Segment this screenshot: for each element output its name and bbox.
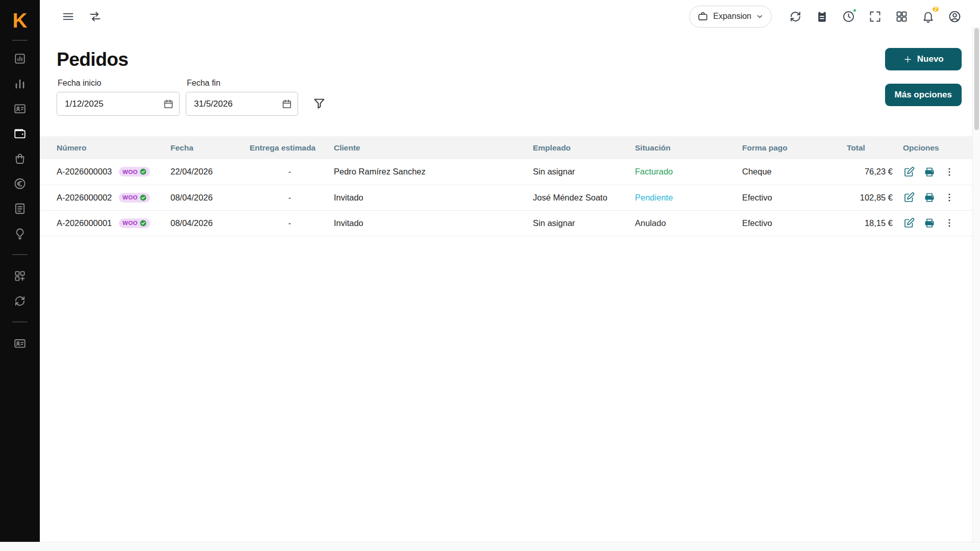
edit-button[interactable]: [903, 166, 915, 178]
cell-total: 18,15 €: [847, 210, 898, 236]
cell-forma-pago: Cheque: [742, 159, 847, 185]
print-button[interactable]: [923, 166, 936, 178]
sidebar-divider: [12, 321, 28, 322]
edit-icon: [903, 191, 915, 204]
woo-badge: WOO: [119, 167, 150, 177]
edit-button[interactable]: [903, 217, 915, 229]
bar-chart-icon: [13, 77, 27, 90]
date-filters: Fecha inicio Fecha fin: [57, 79, 980, 116]
sidebar-item-sync[interactable]: [0, 288, 40, 313]
row-menu-button[interactable]: [944, 166, 955, 178]
start-date-input[interactable]: [57, 92, 180, 116]
order-number: A-2026000003: [57, 167, 119, 177]
fullscreen-icon: [868, 10, 882, 23]
print-button[interactable]: [923, 191, 936, 204]
sidebar-item-ideas[interactable]: [0, 221, 40, 246]
sync-icon: [789, 10, 802, 23]
sidebar-item-accounting[interactable]: [0, 171, 40, 196]
order-number: A-2026000001: [57, 218, 119, 228]
woo-badge-label: WOO: [122, 220, 138, 226]
header-entrega: Entrega estimada: [250, 136, 334, 159]
check-circle-icon: [140, 168, 146, 175]
edit-button[interactable]: [903, 191, 915, 204]
apps-grid-button[interactable]: [895, 10, 909, 23]
new-button-label: Nuevo: [917, 54, 944, 64]
filter-button[interactable]: [312, 96, 326, 110]
cell-empleado: José Méndez Soato: [533, 185, 635, 210]
sidebar-divider: [12, 254, 28, 255]
sidebar: K: [0, 0, 40, 551]
topbar: Expansion: [40, 0, 980, 33]
wallet-icon: [13, 127, 27, 140]
cell-opciones: [898, 185, 980, 210]
cell-cliente: Invitado: [334, 210, 533, 236]
cell-situacion: Pendiente: [635, 185, 742, 210]
notifications-button[interactable]: 7: [921, 10, 935, 23]
menu-button[interactable]: [61, 10, 75, 23]
plus-icon: [903, 55, 913, 64]
tasks-button[interactable]: [815, 10, 829, 23]
company-selector[interactable]: Expansion: [689, 6, 772, 28]
euro-icon: [13, 177, 27, 190]
row-menu-button[interactable]: [944, 192, 955, 203]
fullscreen-button[interactable]: [868, 10, 882, 23]
funnel-icon: [312, 96, 326, 110]
cell-cliente: Pedro Ramírez Sanchez: [334, 159, 533, 185]
scrollbar-thumb[interactable]: [974, 28, 979, 130]
briefcase-icon: [697, 11, 708, 22]
header-fecha: Fecha: [170, 136, 250, 159]
cell-fecha: 08/04/2026: [170, 210, 250, 236]
refresh-button[interactable]: [789, 10, 802, 23]
header-empleado: Empleado: [533, 136, 635, 159]
sidebar-item-contacts[interactable]: [0, 96, 40, 121]
cell-total: 102,85 €: [847, 185, 898, 210]
sidebar-item-purchases[interactable]: [0, 146, 40, 171]
vertical-scrollbar[interactable]: [972, 27, 980, 542]
cell-numero: A-2026000002 WOO: [40, 185, 170, 210]
print-button[interactable]: [923, 217, 936, 229]
shopping-bag-icon: [13, 152, 27, 165]
swap-view-button[interactable]: [88, 10, 102, 23]
table-row[interactable]: A-2026000002 WOO 08/04/2026 - Invitado J…: [40, 185, 980, 210]
cell-opciones: [898, 210, 980, 236]
sidebar-item-documents[interactable]: [0, 196, 40, 221]
calendar-icon[interactable]: [163, 98, 174, 110]
more-options-button[interactable]: Más opciones: [885, 84, 962, 106]
cell-total: 76,23 €: [847, 159, 898, 185]
dashboard-icon: [13, 52, 27, 65]
sidebar-item-dashboard[interactable]: [0, 46, 40, 71]
table-row[interactable]: A-2026000003 WOO 22/04/2026 - Pedro Ramí…: [40, 159, 980, 185]
table-row[interactable]: A-2026000001 WOO 08/04/2026 - Invitado S…: [40, 210, 980, 236]
cell-empleado: Sin asignar: [533, 159, 635, 185]
content: Pedidos Nuevo Más opciones Fecha inicio: [40, 33, 980, 551]
sidebar-item-subscription[interactable]: [0, 331, 40, 356]
sidebar-item-sales[interactable]: [0, 121, 40, 146]
calendar-icon[interactable]: [281, 98, 292, 110]
sidebar-item-reports[interactable]: [0, 71, 40, 96]
swap-arrows-icon: [88, 10, 102, 23]
account-icon: [948, 10, 962, 23]
app-logo[interactable]: K: [13, 10, 28, 31]
check-circle-icon: [140, 194, 146, 201]
header-total: Total: [847, 136, 898, 159]
cell-numero: A-2026000001 WOO: [40, 210, 170, 236]
cell-entrega: -: [250, 210, 334, 236]
lightbulb-icon: [13, 227, 27, 240]
header-forma-pago: Forma pago: [742, 136, 847, 159]
id-card-icon: [13, 337, 27, 350]
contacts-card-icon: [13, 102, 27, 115]
printer-icon: [923, 217, 936, 229]
row-menu-button[interactable]: [944, 217, 955, 229]
header-cliente: Cliente: [334, 136, 533, 159]
account-button[interactable]: [948, 10, 962, 23]
edit-icon: [903, 166, 915, 178]
new-button[interactable]: Nuevo: [885, 48, 962, 70]
woo-badge: WOO: [119, 193, 150, 203]
sidebar-divider: [12, 40, 28, 41]
cell-situacion: Anulado: [635, 210, 742, 236]
time-tracking-button[interactable]: [842, 10, 855, 23]
orders-table: Número Fecha Entrega estimada Cliente Em…: [40, 136, 980, 236]
more-options-label: Más opciones: [895, 90, 952, 100]
horizontal-scrollbar[interactable]: [0, 542, 980, 551]
sidebar-item-apps[interactable]: [0, 263, 40, 288]
